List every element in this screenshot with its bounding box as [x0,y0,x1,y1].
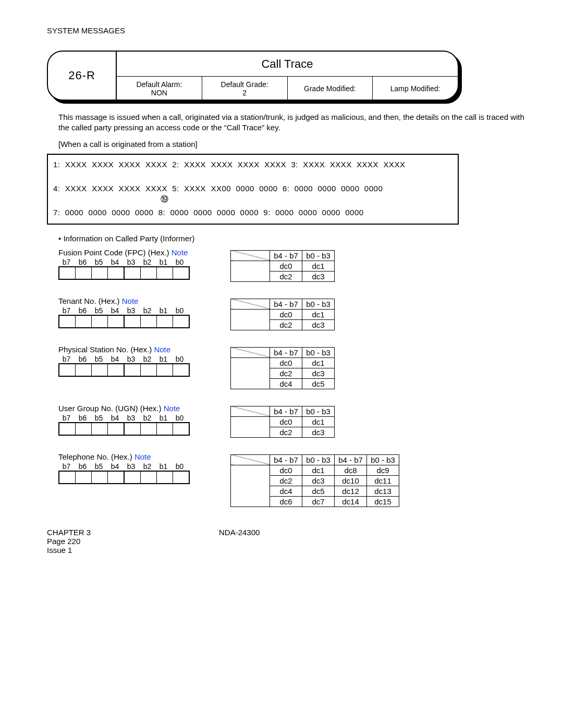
bit-cell [76,423,92,435]
dc-cell: dc2 [270,271,302,281]
bit-cell [92,423,108,435]
bit-block: Telephone No. (Hex.) Noteb7b6b5b4b3b2b1b… [58,452,189,484]
message-title: Call Trace [117,52,458,77]
description-paragraph: This massage is issued when a call, orig… [58,112,531,133]
dc-cell: dc3 [302,368,335,378]
bit-label: b6 [75,414,91,422]
bit-label: b2 [139,306,155,315]
bit-label: b3 [123,462,139,471]
dc-cell: dc0 [270,416,302,427]
bit-block: User Group No. (UGN) (Hex.) Noteb7b6b5b4… [58,404,189,436]
bit-labels: b7b6b5b4b3b2b1b0 [58,355,189,363]
dc-cell: dc2 [270,475,302,486]
dc-header: b0 - b3 [302,250,335,261]
bit-block-title: Tenant No. (Hex.) Note [58,297,189,305]
default-alarm: Default Alarm:NON [117,77,202,100]
page-header: SYSTEM MESSAGES [47,26,542,35]
dc-header: b4 - b7 [270,347,302,357]
sub-heading: [When a call is originated from a statio… [58,140,531,149]
bit-label: b5 [91,355,107,363]
bit-block: Tenant No. (Hex.) Noteb7b6b5b4b3b2b1b0 [58,297,189,328]
bit-label: b7 [58,306,75,315]
bit-cell [108,423,125,435]
bit-cell [157,316,173,327]
note-link[interactable]: Note [172,248,188,257]
bit-label: b2 [139,355,155,363]
bit-cell [173,267,189,279]
dc-header: b0 - b3 [302,347,335,357]
bit-cell [157,267,173,279]
dc-header: b4 - b7 [335,454,367,465]
bit-cell [125,316,141,327]
bit-cell [108,316,125,327]
note-link[interactable]: Note [154,345,170,354]
bit-cell [141,267,157,279]
bit-label: b3 [123,258,139,266]
bit-labels: b7b6b5b4b3b2b1b0 [58,258,189,266]
bit-label: b1 [155,414,172,422]
title-box: 26-R Call Trace Default Alarm:NON Defaul… [47,51,542,101]
bit-label: b3 [123,306,139,315]
bit-labels: b7b6b5b4b3b2b1b0 [58,414,189,422]
bit-label: b6 [75,462,91,471]
dc-header: b0 - b3 [302,299,335,309]
dc-cell: dc15 [367,496,399,507]
dc-side [231,309,270,330]
dc-cell: dc0 [270,261,302,271]
note-link[interactable]: Note [164,404,180,413]
bit-cell [76,267,92,279]
dc-cell: dc5 [302,378,335,389]
dc-header: b4 - b7 [270,406,302,416]
bit-labels: b7b6b5b4b3b2b1b0 [58,306,189,315]
dc-cell: dc1 [302,309,335,319]
bit-cell [157,472,173,483]
dc-cell: dc0 [270,309,302,319]
bit-label: b5 [91,306,107,315]
dc-cell: dc0 [270,465,302,475]
dc-cell: dc1 [302,416,335,427]
bit-cell [59,423,76,435]
dc-cell: dc4 [270,378,302,389]
dc-header: b0 - b3 [302,454,335,465]
note-link[interactable]: Note [122,297,139,305]
dc-cell: dc6 [270,496,302,507]
bit-label: b6 [75,306,91,315]
bit-label: b2 [139,258,155,266]
dc-table: b4 - b7b0 - b3dc0dc1dc2dc3 [230,250,335,282]
dc-cell: dc11 [367,475,399,486]
bit-cell [59,316,76,327]
bit-cell [141,316,157,327]
dc-table: b4 - b7b0 - b3b4 - b7b0 - b3dc0dc1dc8dc9… [230,454,399,507]
bit-label: b5 [91,414,107,422]
bit-block: Physical Station No. (Hex.) Noteb7b6b5b4… [58,345,189,377]
dc-cell: dc13 [367,486,399,496]
data-line-3: 7: 0000 0000 0000 0000 8: 0000 0000 0000… [53,208,452,217]
footer-issue: Issue 1 [47,546,219,554]
dc-cell: dc3 [302,427,335,437]
dc-cell: dc3 [302,319,335,330]
section-row: Physical Station No. (Hex.) Noteb7b6b5b4… [58,345,542,389]
bit-label: b3 [123,414,139,422]
grade-modified: Grade Modified: [287,77,373,100]
bit-cell [76,316,92,327]
dc-cell: dc5 [302,486,335,496]
section-row: Fusion Point Code (FPC) (Hex.) Noteb7b6b… [58,248,542,282]
bit-label: b2 [139,414,155,422]
bit-label: b0 [172,414,188,422]
bit-label: b1 [155,462,172,471]
note-link[interactable]: Note [134,452,151,461]
dc-side [231,416,270,437]
bit-cell [125,267,141,279]
bit-cell [59,364,76,376]
bit-cell [173,423,189,435]
bit-labels: b7b6b5b4b3b2b1b0 [58,462,189,471]
bit-label: b1 [155,258,172,266]
bit-cell [76,472,92,483]
bit-label: b4 [107,258,123,266]
footer-page: Page 220 [47,537,219,546]
bit-cell [141,472,157,483]
section-row: User Group No. (UGN) (Hex.) Noteb7b6b5b4… [58,404,542,438]
dc-cell: dc8 [335,465,367,475]
bit-cell [108,364,125,376]
data-line-1: 1: XXXX XXXX XXXX XXXX 2: XXXX XXXX XXXX… [53,160,452,169]
